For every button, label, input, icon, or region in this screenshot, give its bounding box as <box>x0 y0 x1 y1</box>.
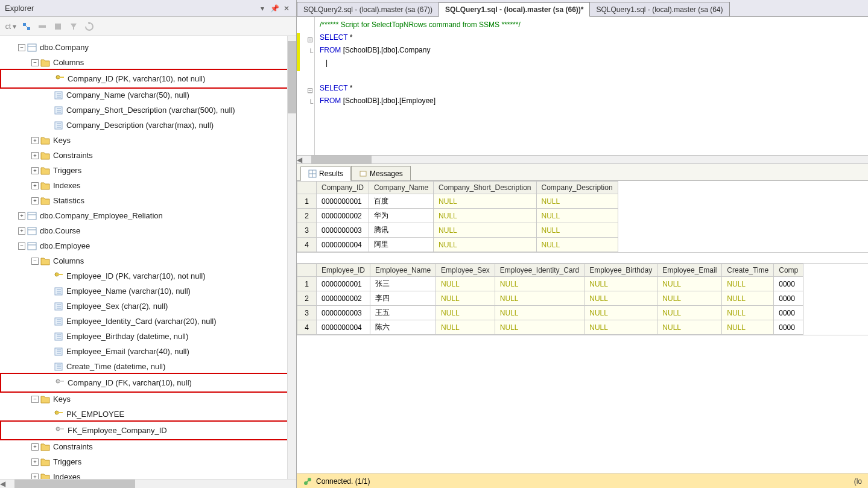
scrollbar-thumb[interactable] <box>288 41 296 113</box>
cell[interactable]: 0000000001 <box>317 194 369 209</box>
cell[interactable]: NULL <box>722 306 774 320</box>
cell[interactable]: 0000 <box>774 320 803 335</box>
cell[interactable]: 腾讯 <box>369 223 434 238</box>
cell[interactable]: 4 <box>297 320 317 335</box>
tree-col-company-id[interactable]: Company_ID (PK, varchar(10), not null) <box>1 71 295 86</box>
cell[interactable]: NULL <box>722 320 774 335</box>
tab-sqlquery2[interactable]: SQLQuery2.sql - (local).master (sa (67)) <box>297 2 439 16</box>
cell[interactable]: 2 <box>297 209 317 223</box>
cell[interactable]: 百度 <box>369 194 434 209</box>
cell[interactable]: NULL <box>722 291 774 306</box>
cell[interactable]: NULL <box>434 194 536 209</box>
cell[interactable]: 0000000004 <box>317 238 369 252</box>
cell[interactable]: NULL <box>584 320 657 335</box>
results-grid-company[interactable]: Company_IDCompany_NameCompany_Short_Desc… <box>297 181 868 253</box>
col-header[interactable]: Company_Name <box>369 182 434 194</box>
scrollbar-thumb[interactable] <box>311 156 372 163</box>
tree-folder-company-columns[interactable]: −Columns <box>0 55 296 70</box>
col-header[interactable]: Employee_ID <box>317 264 370 277</box>
cell[interactable]: NULL <box>495 277 584 291</box>
col-header[interactable]: Comp <box>774 264 803 277</box>
cell[interactable]: NULL <box>536 194 618 209</box>
tree-folder-employee-columns[interactable]: −Columns <box>0 253 296 268</box>
cell[interactable]: 0000000001 <box>317 277 370 291</box>
cell[interactable]: NULL <box>495 291 584 306</box>
cell[interactable]: NULL <box>436 291 495 306</box>
cell[interactable]: NULL <box>536 223 618 238</box>
cell[interactable]: 0000 <box>774 306 803 320</box>
cell[interactable]: 王五 <box>370 306 436 320</box>
tree-folder-emp-indexes[interactable]: +Indexes <box>0 469 296 479</box>
cell[interactable]: NULL <box>657 306 722 320</box>
tree-col-company-name[interactable]: Company_Name (varchar(50), null) <box>0 87 296 103</box>
cell[interactable]: 0000000002 <box>317 291 370 306</box>
cell[interactable]: NULL <box>436 306 495 320</box>
cell[interactable]: 0000000002 <box>317 209 369 223</box>
col-header[interactable]: Company_Description <box>536 182 618 194</box>
tree-col-emp-name[interactable]: Employee_Name (varchar(10), null) <box>0 284 296 299</box>
disconnect-icon[interactable] <box>36 21 48 33</box>
tab-sqlquery1-64[interactable]: SQLQuery1.sql - (local).master (sa (64) <box>589 2 729 16</box>
cell[interactable]: 张三 <box>370 277 436 291</box>
pin-icon[interactable]: 📌 <box>270 4 279 13</box>
refresh-icon[interactable] <box>83 21 95 33</box>
tree-folder-triggers[interactable]: +Triggers <box>0 163 296 178</box>
close-icon[interactable]: ✕ <box>282 4 291 13</box>
cell[interactable]: 1 <box>297 194 317 209</box>
sql-editor[interactable]: ⊟ └ ⊟ └ /****** Script for SelectTopNRow… <box>297 17 868 155</box>
cell[interactable]: 1 <box>297 277 317 291</box>
tree-col-emp-sex[interactable]: Employee_Sex (char(2), null) <box>0 299 296 314</box>
cell[interactable]: NULL <box>657 277 722 291</box>
cell[interactable]: NULL <box>495 320 584 335</box>
tab-sqlquery1-66[interactable]: SQLQuery1.sql - (local).master (sa (66))… <box>439 2 590 17</box>
connect-icon[interactable] <box>21 21 33 33</box>
grid-splitter[interactable] <box>297 253 868 264</box>
tree-folder-emp-keys[interactable]: −Keys <box>0 391 296 407</box>
cell[interactable]: 华为 <box>369 209 434 223</box>
col-header[interactable]: Company_Short_Description <box>434 182 536 194</box>
cell[interactable]: NULL <box>434 209 536 223</box>
tree-folder-emp-constraints[interactable]: +Constraints <box>0 439 296 454</box>
cell[interactable]: NULL <box>434 238 536 252</box>
results-grid-employee[interactable]: Employee_IDEmployee_NameEmployee_SexEmpl… <box>297 264 868 335</box>
tree-key-pk-employee[interactable]: PK_EMPLOYEE <box>0 407 296 422</box>
tree-col-emp-ctime[interactable]: Create_Time (datetime, null) <box>0 359 296 374</box>
tree-folder-emp-triggers[interactable]: +Triggers <box>0 454 296 469</box>
tree-col-company-short[interactable]: Company_Short_Description (varchar(500),… <box>0 103 296 118</box>
col-header[interactable]: Company_ID <box>317 182 369 194</box>
tree-folder-keys[interactable]: +Keys <box>0 133 296 148</box>
filter-icon[interactable] <box>68 21 80 33</box>
col-header[interactable]: Employee_Name <box>370 264 436 277</box>
cell[interactable]: NULL <box>657 320 722 335</box>
cell[interactable]: NULL <box>584 306 657 320</box>
tree-col-emp-bday[interactable]: Employee_Birthday (datetime, null) <box>0 329 296 344</box>
tree-key-fk-employee[interactable]: FK_Employee_Company_ID <box>1 423 295 438</box>
cell[interactable]: NULL <box>536 209 618 223</box>
col-header[interactable]: Employee_Sex <box>436 264 495 277</box>
cell[interactable]: NULL <box>536 238 618 252</box>
tree-table-course[interactable]: +dbo.Course <box>0 223 296 238</box>
col-header[interactable]: Employee_Birthday <box>584 264 657 277</box>
tree-folder-constraints[interactable]: +Constraints <box>0 148 296 163</box>
tree-col-emp-compid[interactable]: Company_ID (FK, varchar(10), null) <box>1 375 295 390</box>
tree-folder-indexes[interactable]: +Indexes <box>0 178 296 193</box>
editor-horizontal-scrollbar[interactable]: ◀ <box>297 155 868 164</box>
cell[interactable]: 0000000003 <box>317 223 369 238</box>
cell[interactable]: NULL <box>436 320 495 335</box>
col-header[interactable] <box>297 182 317 194</box>
col-header[interactable]: Create_Time <box>722 264 774 277</box>
tree-table-employee[interactable]: −dbo.Employee <box>0 238 296 253</box>
stop-icon[interactable] <box>52 21 64 33</box>
cell[interactable]: 阿里 <box>369 238 434 252</box>
cell[interactable]: 2 <box>297 291 317 306</box>
cell[interactable]: 0000000004 <box>317 320 370 335</box>
tree-folder-statistics[interactable]: +Statistics <box>0 193 296 208</box>
horizontal-scrollbar[interactable]: ◀ <box>0 479 296 488</box>
tab-results[interactable]: Results <box>300 166 351 181</box>
tree-col-company-desc[interactable]: Company_Description (varchar(max), null) <box>0 118 296 133</box>
cell[interactable]: 4 <box>297 238 317 252</box>
tree-col-emp-id[interactable]: Employee_ID (PK, varchar(10), not null) <box>0 268 296 284</box>
cell[interactable]: NULL <box>436 277 495 291</box>
tree-col-emp-idcard[interactable]: Employee_Identity_Card (varchar(20), nul… <box>0 314 296 329</box>
tree-col-emp-email[interactable]: Employee_Email (varchar(40), null) <box>0 344 296 359</box>
